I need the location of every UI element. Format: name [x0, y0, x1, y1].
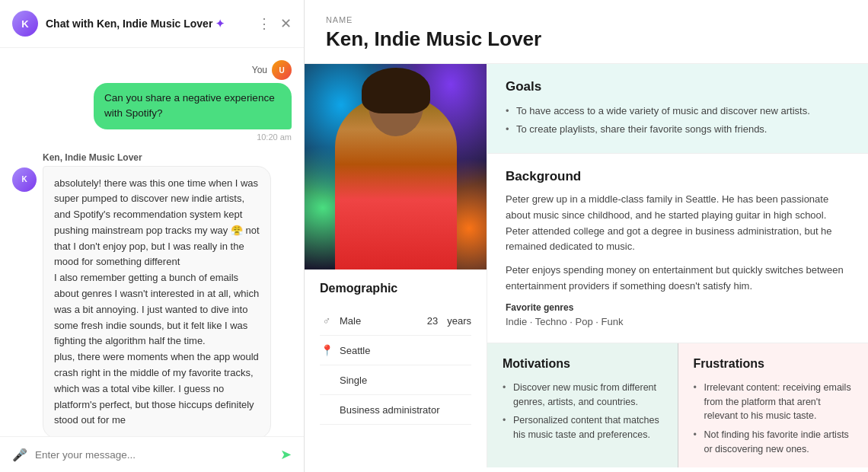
persona-left-col: Demographic ♂ Male 23 years 📍 Seattle ♥ … — [305, 64, 487, 467]
sparkle-icon: ✦ — [215, 18, 225, 30]
background-para-1: Peter grew up in a middle-class family i… — [506, 192, 850, 255]
motivations-title: Motivations — [503, 357, 662, 371]
chat-input-area: 🎤 ➤ — [0, 436, 304, 472]
sender-name: You — [252, 65, 267, 75]
goals-item-1: To have access to a wide variety of musi… — [506, 102, 850, 120]
bot-message-bubble: absolutely! there was this one time when… — [43, 166, 271, 437]
background-para-2: Peter enjoys spending money on entertain… — [506, 263, 850, 295]
favorite-genres-label: Favorite genres — [506, 302, 850, 313]
message-row-bot: K Ken, Indie Music Lover absolutely! the… — [12, 152, 292, 437]
motivation-item-1: Discover new music from different genres… — [503, 378, 662, 412]
demographic-title: Demographic — [320, 282, 471, 295]
goals-list: To have access to a wide variety of musi… — [506, 102, 850, 138]
frustration-item-1: Irrelevant content: receiving emails fro… — [694, 378, 854, 426]
goals-title: Goals — [506, 79, 850, 94]
close-icon[interactable]: ✕ — [280, 15, 292, 32]
persona-header: NAME Ken, Indie Music Lover — [305, 0, 868, 64]
goals-item-2: To create playlists, share their favorit… — [506, 120, 850, 139]
chat-avatar: K — [12, 11, 38, 37]
bottom-cards: Motivations Discover new music from diff… — [487, 343, 868, 467]
bot-message-text: absolutely! there was this one time when… — [54, 177, 260, 426]
user-message-text: Can you share a negative experience with… — [104, 92, 275, 119]
chat-title: Chat with Ken, Indie Music Lover✦ — [46, 18, 250, 30]
background-card: Background Peter grew up in a middle-cla… — [487, 154, 868, 343]
persona-name: Ken, Indie Music Lover — [326, 27, 847, 51]
favorite-genres-value: Indie · Techno · Pop · Funk — [506, 316, 850, 327]
background-title: Background — [506, 169, 850, 184]
location-icon: 📍 — [320, 343, 333, 357]
persona-name-label: NAME — [326, 15, 847, 24]
age-value: 23 — [427, 315, 438, 327]
chat-input[interactable] — [35, 449, 273, 461]
persona-content: Demographic ♂ Male 23 years 📍 Seattle ♥ … — [305, 64, 868, 467]
motivation-item-2: Personalized content that matches his mu… — [503, 411, 662, 445]
send-button[interactable]: ➤ — [280, 446, 292, 463]
bot-avatar: K — [12, 167, 37, 192]
motivations-list: Discover new music from different genres… — [503, 378, 662, 445]
chat-header-actions: ⋮ ✕ — [257, 15, 292, 32]
persona-panel: NAME Ken, Indie Music Lover Demographic … — [305, 0, 868, 472]
frustration-item-2: Not finding his favorite indie artists o… — [694, 426, 854, 459]
male-icon: ♂ — [320, 314, 333, 327]
more-options-icon[interactable]: ⋮ — [257, 15, 271, 32]
chat-panel: K Chat with Ken, Indie Music Lover✦ ⋮ ✕ … — [0, 0, 305, 472]
user-message-time: 10:20 am — [257, 132, 292, 142]
photo-hair — [362, 68, 430, 113]
demographic-section: Demographic ♂ Male 23 years 📍 Seattle ♥ … — [305, 269, 487, 437]
mic-icon: 🎤 — [12, 448, 27, 462]
age-unit: years — [447, 315, 471, 327]
gender-value: Male — [340, 315, 361, 327]
persona-right-col: Goals To have access to a wide variety o… — [487, 64, 868, 467]
demographic-location-row: 📍 Seattle — [320, 336, 471, 365]
motivations-card: Motivations Discover new music from diff… — [487, 343, 678, 467]
demographic-gender-age-row: ♂ Male 23 years — [320, 306, 471, 336]
relationship-value: Single — [340, 375, 367, 386]
bot-name-label: Ken, Indie Music Lover — [43, 152, 271, 163]
location-value: Seattle — [340, 345, 370, 356]
message-row-user: You U Can you share a negative experienc… — [12, 60, 292, 142]
frustrations-title: Frustrations — [694, 357, 854, 371]
chat-messages: You U Can you share a negative experienc… — [0, 48, 304, 436]
frustrations-card: Frustrations Irrelevant content: receivi… — [678, 343, 869, 467]
bot-message-col: Ken, Indie Music Lover absolutely! there… — [43, 152, 271, 437]
user-avatar: U — [272, 60, 292, 80]
chat-header: K Chat with Ken, Indie Music Lover✦ ⋮ ✕ — [0, 0, 304, 48]
frustrations-list: Irrelevant content: receiving emails fro… — [694, 378, 854, 459]
demographic-relationship-row: ♥ Single — [320, 365, 471, 395]
user-message-bubble: Can you share a negative experience with… — [94, 83, 292, 129]
persona-photo — [305, 64, 487, 269]
demographic-occupation-row: 💼 Business administrator — [320, 395, 471, 425]
goals-card: Goals To have access to a wide variety o… — [487, 64, 868, 154]
occupation-value: Business administrator — [340, 404, 440, 416]
chat-title-text: Chat with Ken, Indie Music Lover — [46, 18, 212, 30]
user-label: You U — [252, 60, 292, 80]
